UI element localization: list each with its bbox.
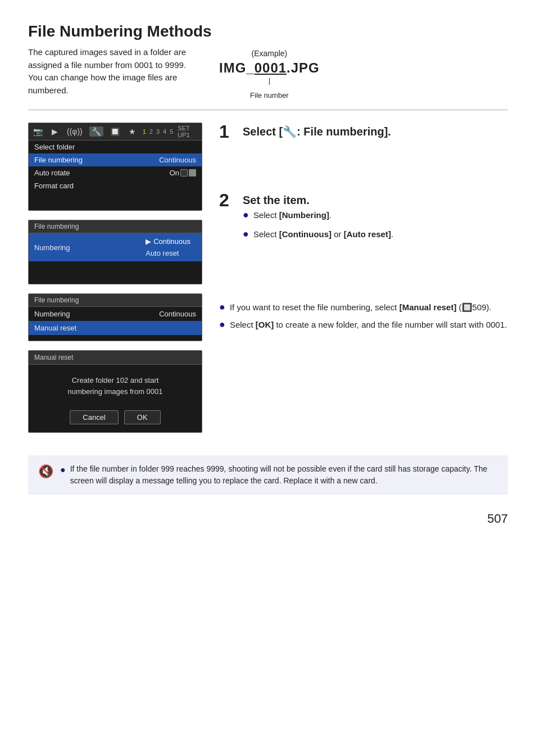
rotate-icon-2: [189, 169, 196, 176]
manual-row-numbering: Numbering Continuous: [29, 307, 202, 321]
section-divider: [28, 110, 508, 110]
dialog-manual-reset: Manual reset Create folder 102 and start…: [28, 350, 202, 433]
warning-box: 🔇 ● If the file number in folder 999 rea…: [28, 455, 508, 495]
cam-tab-star: ★: [126, 126, 138, 137]
notes-section: ● If you want to reset the file numberin…: [219, 301, 508, 331]
tab-num-5: 5: [170, 128, 173, 135]
menu-spacer-1: [29, 192, 202, 210]
filename-text: IMG_0001.JPG: [219, 60, 320, 75]
submenu-header-1: File numbering: [29, 220, 202, 233]
tab-num-2: 2: [149, 128, 153, 135]
left-panels: 📷 ▶ ((φ)) 🔧 🔲 ★ 1 2 3 4 5 SET UP1 Select…: [28, 123, 202, 442]
note-dot-2: ●: [219, 319, 225, 331]
menu-label-format-card: Format card: [34, 182, 74, 190]
menu-label-file-numbering: File numbering: [34, 156, 83, 164]
option-continuous[interactable]: ▶Continuous: [140, 236, 196, 247]
option-auto-reset[interactable]: Auto reset: [140, 248, 196, 259]
step-2-block: 2 Set the item. ● Select [Numbering]. ● …: [219, 191, 508, 245]
camera-menu-1: 📷 ▶ ((φ)) 🔧 🔲 ★ 1 2 3 4 5 SET UP1 Select…: [28, 123, 202, 211]
note-bullet-2: ● Select [OK] to create a new folder, an…: [219, 319, 508, 331]
bullet-dot-2: ●: [243, 226, 249, 242]
cam-tab-wifi: ((φ)): [65, 126, 85, 137]
menu-value-file-numbering: Continuous: [159, 156, 196, 164]
setup-label: SET UP1: [178, 125, 199, 138]
page-number: 507: [28, 511, 508, 526]
file-number-label: File number: [219, 91, 320, 99]
submenu-numbering: File numbering Numbering ▶Continuous Aut…: [28, 220, 202, 284]
manual-value-numbering: Continuous: [159, 310, 196, 318]
submenu-spacer-2: [29, 273, 202, 284]
cam-tab-numbers: 1 2 3 4 5: [143, 128, 174, 135]
manual-label-manual-reset: Manual reset: [34, 324, 76, 332]
warning-list-item: ● If the file number in folder 999 reach…: [60, 463, 498, 487]
note-dot-1: ●: [219, 301, 225, 313]
cam-tab-play: ▶: [49, 126, 60, 137]
warning-content: ● If the file number in folder 999 reach…: [60, 463, 498, 487]
rotate-icon-1: [180, 169, 188, 176]
step-1-number: 1: [219, 123, 235, 141]
example-label: (Example): [251, 49, 287, 58]
dialog-buttons: Cancel OK: [29, 405, 202, 432]
menu-row-file-numbering[interactable]: File numbering Continuous: [29, 153, 202, 166]
submenu-manual-reset: File numbering Numbering Continuous Manu…: [28, 293, 202, 341]
dialog-body: Create folder 102 and startnumbering ima…: [29, 365, 202, 405]
warning-icon: 🔇: [38, 464, 53, 479]
example-filename: IMG_0001.JPG: [219, 60, 320, 76]
cam-tab-setup: 🔧: [89, 126, 103, 137]
menu-label-select-folder: Select folder: [34, 143, 75, 151]
manual-spacer: [29, 335, 202, 341]
step-2-bullet-2: ● Select [Continuous] or [Auto reset].: [243, 226, 393, 242]
submenu-row-numbering[interactable]: Numbering ▶Continuous Auto reset: [29, 233, 202, 261]
dialog-ok-button[interactable]: OK: [124, 410, 161, 424]
dialog-header: Manual reset: [29, 351, 202, 365]
step-2-number: 2: [219, 191, 235, 209]
menu-value-auto-rotate: On: [170, 169, 196, 177]
submenu-spacer-1: [29, 261, 202, 273]
manual-header: File numbering: [29, 294, 202, 307]
step-2-bullet-2-text: Select [Continuous] or [Auto reset].: [253, 228, 393, 241]
camera-menu-tabs: 📷 ▶ ((φ)) 🔧 🔲 ★ 1 2 3 4 5 SET UP1: [29, 123, 202, 141]
warning-text: If the file number in folder 999 reaches…: [70, 463, 498, 487]
menu-row-auto-rotate: Auto rotate On: [29, 166, 202, 179]
warning-bullet-dot: ●: [60, 463, 66, 477]
menu-row-format-card: Format card: [29, 179, 202, 192]
dialog-cancel-button[interactable]: Cancel: [70, 410, 118, 424]
tab-num-3: 3: [156, 128, 160, 135]
step-1-block: 1 Select [🔧: File numbering].: [219, 123, 508, 141]
step-1-header: 1 Select [🔧: File numbering].: [219, 123, 508, 141]
bullet-dot-1: ●: [243, 207, 249, 223]
submenu-options: ▶Continuous Auto reset: [140, 236, 196, 259]
example-box: (Example) IMG_0001.JPG File number: [219, 46, 320, 99]
manual-label-numbering: Numbering: [34, 310, 70, 318]
note-text-2: Select [OK] to create a new folder, and …: [230, 320, 507, 329]
cam-tab-custom: 🔲: [108, 126, 122, 137]
step-2-header: 2 Set the item. ● Select [Numbering]. ● …: [219, 191, 508, 245]
intro-text: The captured images saved in a folder ar…: [28, 46, 202, 97]
step-2-title: Set the item.: [243, 193, 393, 207]
note-text-1: If you want to reset the file numbering,…: [230, 302, 492, 313]
tab-num-4: 4: [163, 128, 166, 135]
page-title: File Numbering Methods: [28, 22, 508, 40]
step-2-bullet-1-text: Select [Numbering].: [253, 209, 331, 222]
triangle-icon: ▶: [146, 237, 151, 246]
menu-row-select-folder: Select folder: [29, 141, 202, 153]
step-1-title: Select [🔧: File numbering].: [243, 125, 391, 138]
tab-num-1: 1: [143, 128, 146, 135]
cam-tab-camera: 📷: [31, 126, 45, 137]
right-steps: 1 Select [🔧: File numbering]. 2 Set the …: [219, 123, 508, 333]
submenu-label-numbering: Numbering: [34, 243, 70, 252]
main-layout: 📷 ▶ ((φ)) 🔧 🔲 ★ 1 2 3 4 5 SET UP1 Select…: [28, 123, 508, 442]
menu-label-auto-rotate: Auto rotate: [34, 169, 70, 177]
note-bullet-1: ● If you want to reset the file numberin…: [219, 301, 508, 313]
step-2-body: ● Select [Numbering]. ● Select [Continuo…: [243, 207, 393, 242]
step-2-bullet-1: ● Select [Numbering].: [243, 207, 393, 223]
intro-section: The captured images saved in a folder ar…: [28, 46, 508, 99]
manual-row-manual-reset[interactable]: Manual reset: [29, 321, 202, 335]
